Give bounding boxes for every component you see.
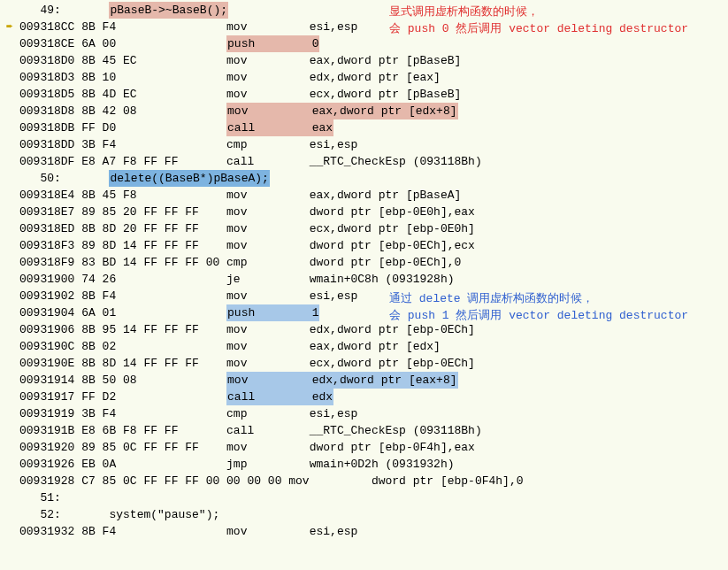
operands: 1	[311, 304, 320, 321]
operands: wmain+0D2h (0931932h)	[310, 456, 455, 473]
code-line[interactable]: 00931900 74 26 je wmain+0C8h (0931928h)	[0, 271, 728, 288]
bytes: E8 6B F8 FF FF	[81, 422, 226, 439]
address: 00931900	[19, 271, 81, 288]
operands: esi,esp	[310, 523, 358, 540]
bytes: 8B 8D 14 FF FF FF	[81, 355, 226, 372]
comment-blue-2: 会 push 1 然后调用 vector deleting destructor	[389, 307, 688, 324]
operands: esi,esp	[310, 136, 358, 153]
mnemonic: mov	[226, 355, 310, 372]
bytes: 8B 95 14 FF FF FF	[81, 321, 226, 338]
mnemonic: call	[226, 422, 310, 439]
code-line[interactable]: 51:	[0, 489, 728, 506]
operands: eax,dword ptr [edx+8]	[311, 103, 458, 119]
operands: eax,dword ptr [pBaseA]	[310, 187, 462, 204]
code-line[interactable]: 009318D3 8B 10 mov edx,dword ptr [eax]	[0, 69, 728, 86]
code-line[interactable]: 00931917 FF D2 call edx	[0, 389, 728, 405]
mnemonic: mov	[226, 372, 311, 389]
operands: dword ptr [ebp-0F4h],eax	[310, 439, 475, 456]
mnemonic: cmp	[226, 254, 310, 271]
code-line[interactable]: 009318DB FF D0 call eax	[0, 119, 728, 136]
address: 009318DF	[19, 153, 81, 170]
bytes: 8B 4D EC	[81, 86, 226, 103]
source-prefix: 49:	[19, 2, 109, 19]
code-line[interactable]: 52: system("pause");	[0, 506, 728, 523]
operands: __RTC_CheckEsp (093118Bh)	[310, 153, 482, 170]
bytes: 3B F4	[81, 405, 226, 422]
code-line[interactable]: 009318DD 3B F4 cmp esi,esp	[0, 136, 728, 153]
mnemonic: mov	[226, 86, 310, 103]
bytes: 8B 02	[81, 338, 226, 355]
bytes: E8 A7 F8 FF FF	[81, 153, 226, 170]
code-line[interactable]: 009318D8 8B 42 08 mov eax,dword ptr [edx…	[0, 103, 728, 119]
code-line[interactable]: 00931914 8B 50 08 mov edx,dword ptr [eax…	[0, 372, 728, 389]
address: 00931914	[19, 372, 81, 389]
disassembly-view[interactable]: 49: pBaseB->~BaseB();➨009318CC 8B F4 mov…	[0, 0, 728, 540]
mnemonic: mov	[226, 52, 310, 69]
bytes: 74 26	[81, 271, 226, 288]
mnemonic: mov	[226, 204, 310, 220]
address: 009318DD	[19, 136, 81, 153]
bytes: 89 85 20 FF FF FF	[81, 204, 226, 220]
code-line[interactable]: 009318DF E8 A7 F8 FF FF call __RTC_Check…	[0, 153, 728, 170]
code-line[interactable]: 00931902 8B F4 mov esi,esp	[0, 288, 728, 304]
bytes: C7 85 0C FF FF FF 00 00 00 00	[81, 473, 288, 489]
mnemonic: call	[226, 119, 311, 136]
code-line[interactable]: 00931926 EB 0A jmp wmain+0D2h (0931932h)	[0, 456, 728, 473]
source-statement: delete((BaseB*)pBaseA);	[109, 170, 269, 187]
operands: dword ptr [ebp-0ECh],ecx	[310, 237, 475, 254]
operands: esi,esp	[310, 405, 358, 422]
operands: esi,esp	[310, 288, 358, 304]
code-line[interactable]: 50: delete((BaseB*)pBaseA);	[0, 170, 728, 187]
mnemonic: mov	[226, 288, 310, 304]
address: 0093190C	[19, 338, 81, 355]
code-line[interactable]: 00931920 89 85 0C FF FF FF mov dword ptr…	[0, 439, 728, 456]
code-line[interactable]: 0093191B E8 6B F8 FF FF call __RTC_Check…	[0, 422, 728, 439]
address: 0093191B	[19, 422, 81, 439]
bytes: 6A 01	[81, 304, 226, 321]
bytes: 89 85 0C FF FF FF	[81, 439, 226, 456]
comment-blue-1: 通过 delete 调用虚析构函数的时候，	[389, 290, 594, 307]
code-line[interactable]: 009318ED 8B 8D 20 FF FF FF mov ecx,dword…	[0, 220, 728, 237]
address: 00931906	[19, 321, 81, 338]
code-line[interactable]: 009318E4 8B 45 F8 mov eax,dword ptr [pBa…	[0, 187, 728, 204]
source-prefix: 52:	[19, 506, 109, 523]
address: 009318F3	[19, 237, 81, 254]
code-line[interactable]: 009318E7 89 85 20 FF FF FF mov dword ptr…	[0, 204, 728, 220]
mnemonic: je	[226, 271, 310, 288]
mnemonic: mov	[226, 338, 310, 355]
operands: edx,dword ptr [eax+8]	[311, 372, 458, 389]
code-line[interactable]: 0093190E 8B 8D 14 FF FF FF mov ecx,dword…	[0, 355, 728, 372]
mnemonic: mov	[226, 187, 310, 204]
bytes: FF D2	[81, 389, 226, 405]
source-prefix: 51:	[19, 489, 61, 506]
address: 009318D5	[19, 86, 81, 103]
source-prefix: 50:	[19, 170, 109, 187]
code-line[interactable]: 00931919 3B F4 cmp esi,esp	[0, 405, 728, 422]
code-line[interactable]: 49: pBaseB->~BaseB();	[0, 2, 728, 19]
code-line[interactable]: 009318CE 6A 00 push 0	[0, 35, 728, 52]
code-line[interactable]: 0093190C 8B 02 mov eax,dword ptr [edx]	[0, 338, 728, 355]
code-line[interactable]: 009318D0 8B 45 EC mov eax,dword ptr [pBa…	[0, 52, 728, 69]
mnemonic: cmp	[226, 136, 310, 153]
bytes: 8B 45 EC	[81, 52, 226, 69]
address: 00931932	[19, 523, 81, 540]
code-line[interactable]: 009318F9 83 BD 14 FF FF FF 00 cmp dword …	[0, 254, 728, 271]
address: 00931902	[19, 288, 81, 304]
mnemonic: mov	[226, 69, 310, 86]
address: 009318D8	[19, 103, 81, 119]
code-line[interactable]: 00931928 C7 85 0C FF FF FF 00 00 00 00 m…	[0, 473, 728, 489]
code-line[interactable]: 00931932 8B F4 mov esi,esp	[0, 523, 728, 540]
operands: __RTC_CheckEsp (093118Bh)	[310, 422, 482, 439]
address: 009318D3	[19, 69, 81, 86]
mnemonic: mov	[226, 439, 310, 456]
mnemonic: mov	[226, 103, 311, 119]
source-statement: pBaseB->~BaseB();	[109, 2, 228, 19]
code-line[interactable]: 009318D5 8B 4D EC mov ecx,dword ptr [pBa…	[0, 86, 728, 103]
operands: 0	[311, 35, 320, 52]
mnemonic: mov	[226, 19, 310, 35]
comment-red-1: 显式调用虚析构函数的时候，	[389, 4, 539, 20]
code-line[interactable]: 009318F3 89 8D 14 FF FF FF mov dword ptr…	[0, 237, 728, 254]
bytes: 8B 42 08	[81, 103, 226, 119]
mnemonic: call	[226, 153, 310, 170]
comment-red-2: 会 push 0 然后调用 vector deleting destructor	[389, 20, 688, 37]
